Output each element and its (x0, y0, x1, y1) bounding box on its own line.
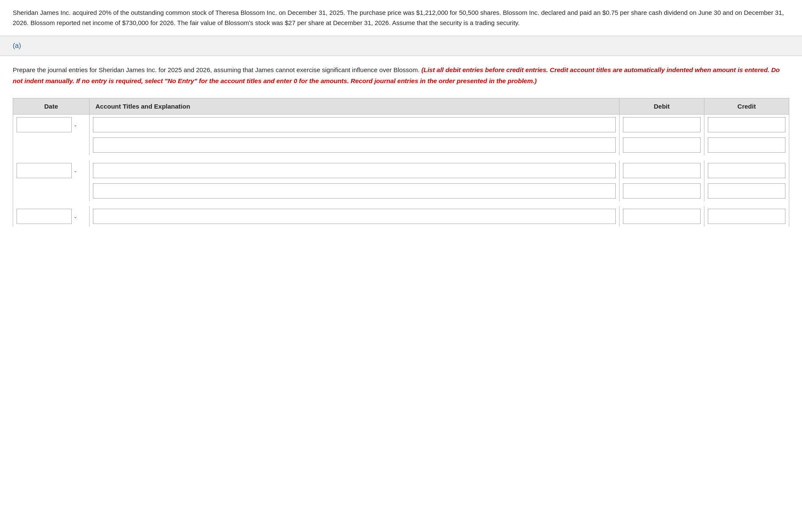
date-cell-2-2 (13, 181, 90, 201)
table-row (13, 135, 789, 155)
instructions-block: Prepare the journal entries for Sheridan… (0, 56, 802, 90)
credit-cell-1-1 (704, 115, 789, 135)
credit-cell-2-2 (704, 181, 789, 201)
section-header: (a) (0, 36, 802, 56)
credit-cell-1-2 (704, 135, 789, 155)
debit-cell-1-1 (620, 115, 704, 135)
date-cell-1-2 (13, 135, 90, 155)
credit-input-3-1[interactable] (708, 209, 785, 224)
header-account: Account Titles and Explanation (90, 98, 620, 115)
journal-table-wrapper: Date Account Titles and Explanation Debi… (0, 90, 802, 239)
account-input-3-1[interactable] (93, 209, 616, 224)
account-cell-2-2 (90, 181, 620, 201)
table-row: ⌄ (13, 115, 789, 135)
table-row (13, 181, 789, 201)
account-input-2-2[interactable] (93, 183, 616, 199)
journal-table: Date Account Titles and Explanation Debi… (13, 98, 789, 227)
table-header-row: Date Account Titles and Explanation Debi… (13, 98, 789, 115)
account-input-1-1[interactable] (93, 117, 616, 132)
debit-cell-1-2 (620, 135, 704, 155)
credit-cell-3-1 (704, 206, 789, 227)
debit-cell-2-1 (620, 160, 704, 181)
date-input-2-1[interactable] (17, 163, 72, 178)
problem-text: Sheridan James Inc. acquired 20% of the … (13, 9, 784, 26)
account-cell-1-1 (90, 115, 620, 135)
problem-description: Sheridan James Inc. acquired 20% of the … (0, 0, 802, 36)
table-row: ⌄ (13, 160, 789, 181)
debit-cell-2-2 (620, 181, 704, 201)
date-input-1-1[interactable] (17, 117, 72, 132)
table-row: ⌄ (13, 206, 789, 227)
header-date: Date (13, 98, 90, 115)
credit-cell-2-1 (704, 160, 789, 181)
header-debit: Debit (620, 98, 704, 115)
debit-input-3-1[interactable] (623, 209, 701, 224)
account-input-1-2[interactable] (93, 137, 616, 153)
debit-input-2-2[interactable] (623, 183, 701, 199)
credit-input-1-1[interactable] (708, 117, 785, 132)
credit-input-2-2[interactable] (708, 183, 785, 199)
instructions-normal: Prepare the journal entries for Sheridan… (13, 66, 420, 73)
credit-input-2-1[interactable] (708, 163, 785, 178)
date-input-3-1[interactable] (17, 209, 72, 224)
date-cell-1-1: ⌄ (13, 115, 90, 135)
chevron-down-icon[interactable]: ⌄ (73, 214, 77, 219)
credit-input-1-2[interactable] (708, 137, 785, 153)
chevron-down-icon[interactable]: ⌄ (73, 168, 77, 174)
divider-cell (13, 155, 789, 160)
chevron-down-icon[interactable]: ⌄ (73, 122, 77, 128)
divider-cell (13, 201, 789, 206)
debit-input-1-2[interactable] (623, 137, 701, 153)
header-credit: Credit (704, 98, 789, 115)
date-cell-2-1: ⌄ (13, 160, 90, 181)
account-cell-3-1 (90, 206, 620, 227)
debit-input-2-1[interactable] (623, 163, 701, 178)
account-cell-2-1 (90, 160, 620, 181)
date-cell-3-1: ⌄ (13, 206, 90, 227)
divider (13, 155, 789, 160)
debit-input-1-1[interactable] (623, 117, 701, 132)
divider (13, 201, 789, 206)
section-label: (a) (13, 42, 21, 49)
account-input-2-1[interactable] (93, 163, 616, 178)
account-cell-1-2 (90, 135, 620, 155)
debit-cell-3-1 (620, 206, 704, 227)
